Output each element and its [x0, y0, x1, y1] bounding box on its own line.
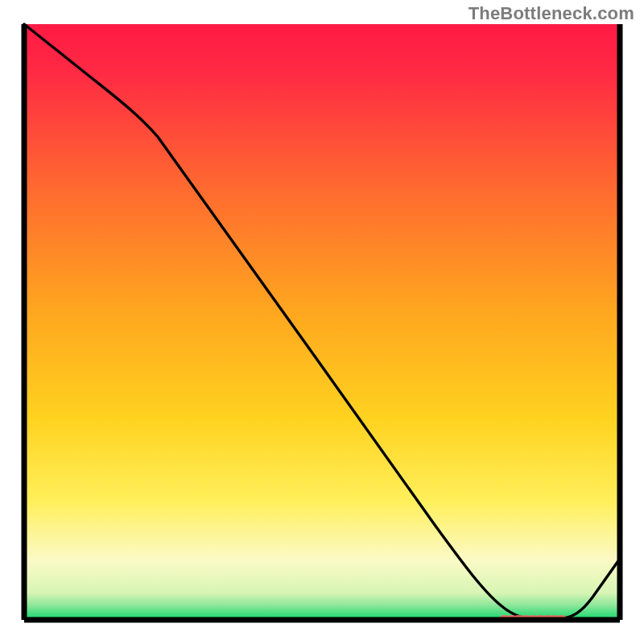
watermark-text: TheBottleneck.com — [469, 3, 634, 24]
bottleneck-chart — [0, 0, 644, 644]
heat-background — [24, 24, 620, 620]
chart-container: TheBottleneck.com — [0, 0, 644, 644]
